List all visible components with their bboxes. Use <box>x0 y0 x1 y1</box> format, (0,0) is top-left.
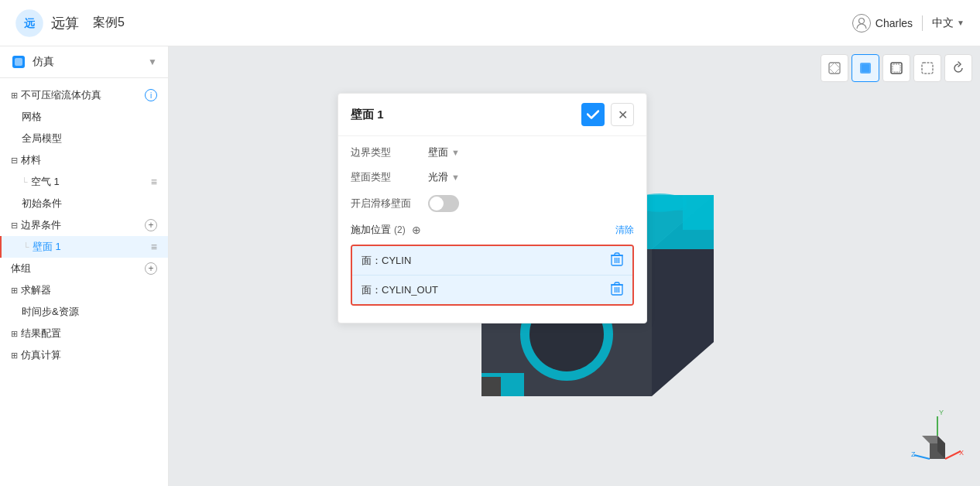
language-chevron-icon: ▼ <box>957 19 965 27</box>
location-header: 施加位置 (2) ⊕ 清除 <box>351 223 634 237</box>
app-name: 远算 <box>51 14 79 33</box>
tree-label: 时间步&资源 <box>22 305 157 319</box>
case-name: 案例5 <box>93 15 125 31</box>
slip-wall-toggle[interactable] <box>428 195 459 212</box>
tree-label: 全局模型 <box>22 132 157 145</box>
svg-marker-36 <box>481 377 501 396</box>
location-delete-icon[interactable] <box>611 282 623 298</box>
language-selector[interactable]: 中文 ▼ <box>932 16 965 30</box>
sim-icon <box>11 54 26 70</box>
slip-wall-label: 开启滑移壁面 <box>351 197 428 210</box>
panel-header: 壁面 1 ✕ <box>338 94 646 136</box>
expand-icon: ⊞ <box>11 286 18 296</box>
svg-marker-30 <box>683 195 714 230</box>
tree-label: 不可压缩流体仿真 <box>21 88 142 102</box>
dropdown-arrow-icon: ▼ <box>451 148 460 157</box>
tree-label: 材料 <box>21 153 157 167</box>
tree-label: 体组 <box>11 262 145 276</box>
sidebar-item-global-model[interactable]: 全局模型 <box>0 128 168 149</box>
topbar-right: Charles 中文 ▼ <box>852 14 965 33</box>
sidebar: 仿真 ▼ ⊞ 不可压缩流体仿真 i 网格 全局模型 ⊟ 材料 <box>0 46 169 486</box>
viewport: 壁面 1 ✕ 边界类型 壁面 ▼ 壁 <box>169 46 980 486</box>
user-name: Charles <box>875 17 913 29</box>
reset-view-button[interactable] <box>944 54 972 82</box>
expand-icon: ⊞ <box>11 91 18 101</box>
sidebar-item-sim-calc[interactable]: ⊞ 仿真计算 <box>0 344 168 366</box>
svg-text:X: X <box>959 449 964 457</box>
location-item: 面：CYLIN <box>352 246 632 276</box>
wall-type-dropdown[interactable]: 光滑 ▼ <box>428 170 634 184</box>
svg-rect-4 <box>15 58 22 66</box>
tree-label: 求解器 <box>21 283 157 297</box>
viewport-toolbar <box>821 54 972 82</box>
location-list: 面：CYLIN <box>351 245 634 306</box>
svg-rect-17 <box>862 64 869 72</box>
location-clear-button[interactable]: 清除 <box>615 224 634 237</box>
boundary-type-value: 壁面 <box>428 145 448 159</box>
add-boundary-icon[interactable]: + <box>145 219 157 231</box>
location-count: (2) <box>394 224 406 235</box>
tree-label: 网格 <box>22 110 157 124</box>
sidebar-item-boundary[interactable]: ⊟ 边界条件 + <box>0 214 168 236</box>
tree-connector: └ <box>22 177 28 187</box>
user-avatar-icon <box>852 14 871 33</box>
tree-label: 边界条件 <box>21 218 145 232</box>
sidebar-item-wall1[interactable]: └ 壁面 1 ≡ <box>0 236 168 258</box>
sidebar-collapse-icon[interactable]: ▼ <box>148 56 157 67</box>
svg-rect-15 <box>829 63 840 74</box>
sidebar-item-body-group[interactable]: 体组 + <box>0 258 168 279</box>
location-item-label: 面：CYLIN <box>362 254 611 268</box>
logo-icon: 远 <box>15 9 43 37</box>
location-item: 面：CYLIN_OUT <box>352 276 632 304</box>
expand-icon: ⊟ <box>11 221 18 231</box>
sidebar-item-air1[interactable]: └ 空气 1 ≡ <box>0 171 168 193</box>
sidebar-item-timestep[interactable]: 时间步&资源 <box>0 301 168 323</box>
svg-rect-20 <box>922 63 933 74</box>
topbar: 远 远算 案例5 Charles 中文 ▼ <box>0 0 980 46</box>
sidebar-item-materials[interactable]: ⊟ 材料 <box>0 149 168 171</box>
sidebar-item-result-config[interactable]: ⊞ 结果配置 <box>0 323 168 344</box>
user-area[interactable]: Charles <box>852 14 913 33</box>
svg-text:远: 远 <box>24 17 36 29</box>
language-label: 中文 <box>932 16 954 30</box>
panel-confirm-button[interactable] <box>581 103 605 126</box>
toggle-knob <box>430 197 444 210</box>
sidebar-item-mesh[interactable]: 网格 <box>0 106 168 128</box>
tree-label: 仿真计算 <box>21 348 157 362</box>
location-add-icon[interactable]: ⊕ <box>412 224 421 236</box>
sidebar-header: 仿真 ▼ <box>0 46 168 78</box>
close-icon: ✕ <box>618 108 628 122</box>
boundary-type-dropdown[interactable]: 壁面 ▼ <box>428 145 634 159</box>
wall-type-row: 壁面类型 光滑 ▼ <box>351 170 634 184</box>
view-solid-button[interactable] <box>852 54 879 82</box>
panel-close-button[interactable]: ✕ <box>611 103 634 126</box>
sidebar-item-initial-conditions[interactable]: 初始条件 <box>0 193 168 214</box>
sidebar-header-title: 仿真 <box>33 55 54 69</box>
panel-title: 壁面 1 <box>351 108 581 122</box>
wall-panel: 壁面 1 ✕ 边界类型 壁面 ▼ 壁 <box>338 93 647 323</box>
slip-wall-row: 开启滑移壁面 <box>351 195 634 212</box>
tree-connector: └ <box>23 242 29 252</box>
svg-line-42 <box>945 451 961 459</box>
wall-type-value: 光滑 <box>428 170 448 184</box>
svg-line-44 <box>914 455 930 459</box>
location-title: 施加位置 <box>351 223 391 237</box>
view-wireframe-button[interactable] <box>913 54 941 82</box>
location-delete-icon[interactable] <box>611 252 623 269</box>
tree-label: 壁面 1 <box>33 240 151 254</box>
add-body-icon[interactable]: + <box>145 262 157 275</box>
menu-icon[interactable]: ≡ <box>151 241 157 253</box>
info-icon[interactable]: i <box>145 89 157 101</box>
sidebar-item-incompressible[interactable]: ⊞ 不可压缩流体仿真 i <box>0 84 168 106</box>
view-wireframe-solid-button[interactable] <box>882 54 910 82</box>
svg-text:Z: Z <box>911 450 916 458</box>
logo-area: 远 远算 案例5 <box>15 9 125 37</box>
topbar-divider <box>922 15 923 31</box>
expand-icon: ⊞ <box>11 351 18 361</box>
sidebar-tree: ⊞ 不可压缩流体仿真 i 网格 全局模型 ⊟ 材料 └ 空气 1 ≡ <box>0 78 168 372</box>
expand-icon: ⊞ <box>11 329 18 339</box>
expand-icon: ⊟ <box>11 156 18 166</box>
view-default-button[interactable] <box>821 54 848 82</box>
menu-icon[interactable]: ≡ <box>151 176 157 188</box>
sidebar-item-solver[interactable]: ⊞ 求解器 <box>0 279 168 301</box>
